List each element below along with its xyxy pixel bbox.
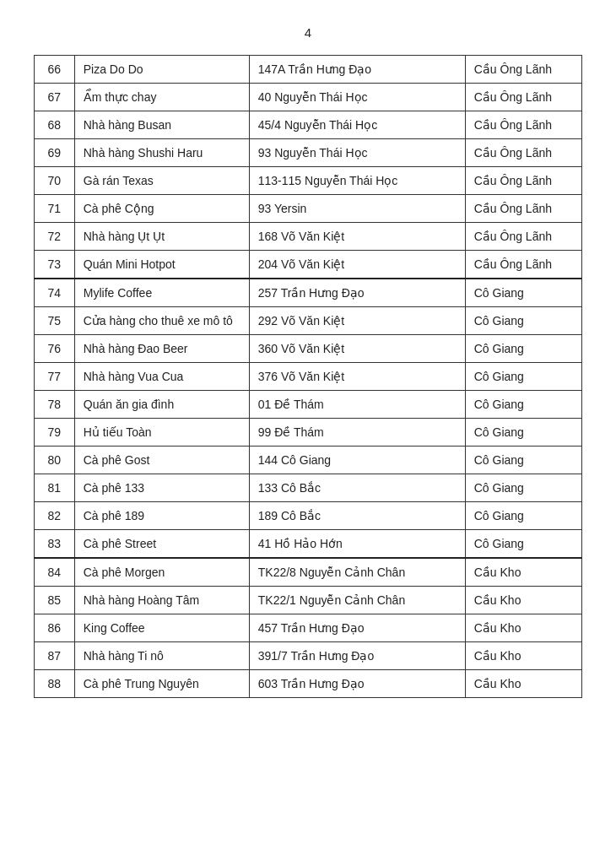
address: 147A Trần Hưng Đạo (249, 56, 465, 84)
table-row: 73Quán Mini Hotpot204 Võ Văn KiệtCầu Ông… (35, 251, 582, 279)
address: 133 Cô Bắc (249, 474, 465, 502)
ward: Cầu Ông Lãnh (465, 139, 581, 167)
address: 292 Võ Văn Kiệt (249, 307, 465, 335)
row-number: 81 (35, 474, 75, 502)
table-row: 86King Coffee457 Trần Hưng ĐạoCầu Kho (35, 614, 582, 642)
row-number: 83 (35, 530, 75, 559)
page: 4 66Piza Do Do147A Trần Hưng ĐạoCầu Ông … (0, 0, 616, 866)
ward: Cầu Ông Lãnh (465, 223, 581, 251)
ward: Cầu Kho (465, 642, 581, 670)
row-number: 86 (35, 614, 75, 642)
establishment-name: Ẩm thực chay (74, 84, 249, 111)
table-row: 85Nhà hàng Hoàng TâmTK22/1 Nguyễn Cảnh C… (35, 587, 582, 614)
address: 376 Võ Văn Kiệt (249, 363, 465, 391)
establishment-name: Cà phê Trung Nguyên (74, 670, 249, 698)
ward: Cầu Kho (465, 558, 581, 587)
row-number: 72 (35, 223, 75, 251)
ward: Cầu Ông Lãnh (465, 195, 581, 223)
row-number: 73 (35, 251, 75, 279)
row-number: 68 (35, 111, 75, 139)
establishment-name: Mylife Coffee (74, 279, 249, 307)
ward: Cầu Ông Lãnh (465, 84, 581, 111)
establishment-name: Quán Mini Hotpot (74, 251, 249, 279)
address: 113-115 Nguyễn Thái Học (249, 167, 465, 195)
ward: Cô Giang (465, 447, 581, 474)
establishment-name: Cà phê Cộng (74, 195, 249, 223)
establishment-name: Hủ tiếu Toàn (74, 419, 249, 447)
establishment-name: Nhà hàng Shushi Haru (74, 139, 249, 167)
row-number: 88 (35, 670, 75, 698)
address: 391/7 Trần Hưng Đạo (249, 642, 465, 670)
establishment-name: Nhà hàng Ụt Ụt (74, 223, 249, 251)
row-number: 75 (35, 307, 75, 335)
table-row: 72Nhà hàng Ụt Ụt168 Võ Văn KiệtCầu Ông L… (35, 223, 582, 251)
table-row: 82Cà phê 189189 Cô BắcCô Giang (35, 502, 582, 530)
row-number: 82 (35, 502, 75, 530)
establishment-name: Nhà hàng Vua Cua (74, 363, 249, 391)
ward: Cô Giang (465, 307, 581, 335)
row-number: 87 (35, 642, 75, 670)
address: 93 Yersin (249, 195, 465, 223)
ward: Cầu Ông Lãnh (465, 251, 581, 279)
establishment-name: Cà phê Street (74, 530, 249, 559)
ward: Cô Giang (465, 419, 581, 447)
address: 144 Cô Giang (249, 447, 465, 474)
address: 360 Võ Văn Kiệt (249, 335, 465, 363)
row-number: 77 (35, 363, 75, 391)
ward: Cô Giang (465, 502, 581, 530)
page-number: 4 (34, 25, 582, 40)
establishment-name: King Coffee (74, 614, 249, 642)
row-number: 66 (35, 56, 75, 84)
address: 99 Đề Thám (249, 419, 465, 447)
address: 01 Đề Thám (249, 391, 465, 419)
establishment-name: Cà phê Morgen (74, 558, 249, 587)
address: 168 Võ Văn Kiệt (249, 223, 465, 251)
ward: Cầu Ông Lãnh (465, 111, 581, 139)
row-number: 84 (35, 558, 75, 587)
establishment-name: Nhà hàng Đao Beer (74, 335, 249, 363)
row-number: 74 (35, 279, 75, 307)
table-row: 74Mylife Coffee257 Trần Hưng ĐạoCô Giang (35, 279, 582, 307)
table-row: 88Cà phê Trung Nguyên603 Trần Hưng ĐạoCầ… (35, 670, 582, 698)
address: 457 Trần Hưng Đạo (249, 614, 465, 642)
establishment-name: Piza Do Do (74, 56, 249, 84)
table-row: 84Cà phê MorgenTK22/8 Nguyễn Cảnh ChânCầ… (35, 558, 582, 587)
table-row: 69Nhà hàng Shushi Haru93 Nguyễn Thái Học… (35, 139, 582, 167)
row-number: 67 (35, 84, 75, 111)
establishment-name: Nhà hàng Ti nô (74, 642, 249, 670)
table-row: 71Cà phê Cộng93 YersinCầu Ông Lãnh (35, 195, 582, 223)
address: 40 Nguyễn Thái Học (249, 84, 465, 111)
address: 93 Nguyễn Thái Học (249, 139, 465, 167)
address: TK22/8 Nguyễn Cảnh Chân (249, 558, 465, 587)
row-number: 76 (35, 335, 75, 363)
establishment-name: Cà phê Gost (74, 447, 249, 474)
establishment-name: Cửa hàng cho thuê xe mô tô (74, 307, 249, 335)
row-number: 71 (35, 195, 75, 223)
ward: Cầu Kho (465, 670, 581, 698)
establishment-name: Nhà hàng Hoàng Tâm (74, 587, 249, 614)
address: 204 Võ Văn Kiệt (249, 251, 465, 279)
address: 603 Trần Hưng Đạo (249, 670, 465, 698)
data-table: 66Piza Do Do147A Trần Hưng ĐạoCầu Ông Lã… (34, 55, 582, 698)
table-row: 79Hủ tiếu Toàn99 Đề ThámCô Giang (35, 419, 582, 447)
ward: Cô Giang (465, 335, 581, 363)
row-number: 70 (35, 167, 75, 195)
address: 41 Hồ Hảo Hớn (249, 530, 465, 559)
row-number: 79 (35, 419, 75, 447)
table-row: 80Cà phê Gost144 Cô GiangCô Giang (35, 447, 582, 474)
address: 257 Trần Hưng Đạo (249, 279, 465, 307)
table-row: 83Cà phê Street41 Hồ Hảo HớnCô Giang (35, 530, 582, 559)
table-row: 77Nhà hàng Vua Cua376 Võ Văn KiệtCô Gian… (35, 363, 582, 391)
table-row: 76Nhà hàng Đao Beer360 Võ Văn KiệtCô Gia… (35, 335, 582, 363)
establishment-name: Gà rán Texas (74, 167, 249, 195)
address: TK22/1 Nguyễn Cảnh Chân (249, 587, 465, 614)
row-number: 80 (35, 447, 75, 474)
ward: Cô Giang (465, 530, 581, 559)
ward: Cầu Kho (465, 587, 581, 614)
table-row: 68Nhà hàng Busan45/4 Nguyễn Thái HọcCầu … (35, 111, 582, 139)
ward: Cầu Ông Lãnh (465, 167, 581, 195)
table-row: 87Nhà hàng Ti nô391/7 Trần Hưng ĐạoCầu K… (35, 642, 582, 670)
establishment-name: Cà phê 189 (74, 502, 249, 530)
table-row: 75Cửa hàng cho thuê xe mô tô292 Võ Văn K… (35, 307, 582, 335)
ward: Cô Giang (465, 474, 581, 502)
